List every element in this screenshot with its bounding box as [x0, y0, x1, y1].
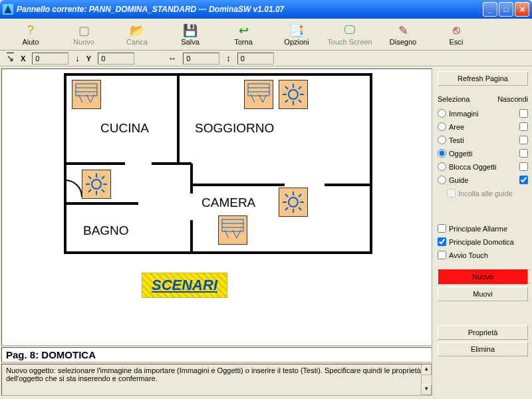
save-button[interactable]: 💾Salva: [164, 20, 217, 49]
x-label: X: [21, 55, 25, 63]
height-field[interactable]: [237, 53, 274, 65]
hint-text: Nuovo oggetto: selezionare l'immagine da…: [6, 366, 421, 382]
svg-line-29: [88, 190, 91, 192]
principale-domotica-check[interactable]: [438, 237, 446, 246]
avvio-touch-check[interactable]: [438, 251, 446, 259]
elimina-button[interactable]: Elimina: [438, 342, 528, 356]
svg-rect-30: [222, 219, 243, 231]
sidebar-panel: Refresh Pagina Seleziona Nascondi Immagi…: [434, 67, 532, 397]
height-arrow-icon: ↕: [226, 53, 231, 63]
hint-box: Nuovo oggetto: selezionare l'immagine da…: [1, 364, 432, 396]
window-title: Pannello corrente: PANN_DOMINA_STANDARD …: [17, 5, 481, 14]
coordinates-bar: ↘ X ↓ Y ↔ ↕: [0, 51, 532, 66]
back-button[interactable]: ↩Torna: [217, 20, 270, 49]
svg-point-12: [289, 90, 298, 99]
width-arrow-icon: ↔: [168, 53, 176, 63]
options-button[interactable]: 📑Opzioni: [270, 20, 323, 49]
svg-point-31: [289, 198, 298, 207]
options-icon: 📑: [289, 23, 304, 38]
page-label: Pag. 8: DOMOTICA: [1, 347, 432, 362]
light-icon-soggiorno[interactable]: [279, 80, 308, 109]
svg-line-37: [299, 207, 301, 210]
help-icon: ?: [27, 23, 34, 38]
svg-line-36: [285, 194, 288, 197]
new-button[interactable]: ▢Nuovo: [57, 20, 110, 49]
new-file-icon: ▢: [78, 23, 90, 38]
x-field[interactable]: [32, 53, 68, 65]
title-bar: Pannello corrente: PANN_DOMINA_STANDARD …: [0, 0, 532, 19]
hide-aree[interactable]: [519, 122, 528, 131]
light-icon-bagno[interactable]: [82, 170, 111, 199]
load-button[interactable]: 📂Carica: [110, 20, 164, 49]
room-label-bagno[interactable]: BAGNO: [83, 223, 129, 238]
incolla-guide-check: Incolla alle guide: [447, 188, 528, 199]
hint-scrollbar[interactable]: ▴▾: [421, 364, 432, 395]
room-label-cucina[interactable]: CUCINA: [100, 121, 149, 136]
svg-line-26: [88, 176, 91, 179]
hide-blocca[interactable]: [519, 162, 528, 171]
svg-line-27: [102, 190, 104, 192]
exit-icon: ⎋: [453, 23, 460, 38]
minimize-button[interactable]: _: [483, 2, 497, 17]
scenari-button[interactable]: SCENARI: [142, 273, 227, 298]
svg-line-39: [285, 207, 288, 210]
content-area: CUCINA SOGGIORNO CAMERA BAGNO SCENARI Pa…: [0, 66, 532, 397]
maximize-button[interactable]: □: [499, 2, 513, 17]
svg-line-38: [299, 194, 301, 197]
radio-testi[interactable]: Testi: [438, 136, 464, 144]
svg-rect-10: [76, 84, 97, 96]
y-field[interactable]: [98, 53, 134, 65]
help-button[interactable]: ?Aiuto: [4, 20, 57, 49]
svg-rect-11: [248, 84, 269, 96]
back-icon: ↩: [239, 23, 249, 38]
principale-allarme-check[interactable]: [438, 224, 446, 233]
y-arrow-icon: ↓: [75, 53, 80, 63]
proprieta-button[interactable]: Proprietà: [438, 325, 528, 340]
room-label-soggiorno[interactable]: SOGGIORNO: [195, 121, 274, 136]
hide-testi[interactable]: [519, 136, 528, 144]
blind-icon-soggiorno[interactable]: [244, 80, 273, 109]
radio-blocca[interactable]: Blocca Oggetti: [438, 162, 497, 171]
light-icon-camera[interactable]: [279, 188, 308, 217]
radio-aree[interactable]: Aree: [438, 122, 464, 131]
app-icon: [3, 4, 13, 15]
x-arrow-icon: ↘: [7, 53, 14, 63]
svg-line-19: [299, 86, 301, 89]
main-toolbar: ?Aiuto ▢Nuovo 📂Carica 💾Salva ↩Torna 📑Opz…: [0, 19, 532, 51]
open-folder-icon: 📂: [130, 23, 144, 38]
hide-immagini[interactable]: [519, 109, 528, 118]
svg-point-21: [92, 180, 101, 189]
exit-button[interactable]: ⎋Esci: [430, 20, 483, 49]
width-field[interactable]: [183, 53, 219, 65]
radio-guide[interactable]: Guide: [438, 176, 468, 184]
touchscreen-icon: 🖵: [344, 23, 356, 38]
canvas-column: CUCINA SOGGIORNO CAMERA BAGNO SCENARI Pa…: [0, 67, 434, 397]
muovi-button[interactable]: Muovi: [438, 287, 528, 301]
refresh-button[interactable]: Refresh Pagina: [438, 71, 528, 86]
draw-icon: ✎: [398, 23, 408, 38]
y-label: Y: [86, 55, 91, 63]
hide-oggetti[interactable]: [519, 149, 528, 158]
blind-icon-cucina[interactable]: [72, 80, 101, 109]
svg-line-17: [285, 86, 288, 89]
drawing-canvas[interactable]: CUCINA SOGGIORNO CAMERA BAGNO SCENARI: [1, 68, 432, 346]
close-button[interactable]: ✕: [515, 2, 529, 17]
svg-line-18: [299, 100, 301, 102]
radio-immagini[interactable]: Immagini: [438, 109, 479, 118]
seleziona-label: Seleziona: [438, 95, 469, 103]
sidebar-header: Seleziona Nascondi: [438, 95, 528, 103]
draw-button[interactable]: ✎Disegno: [376, 20, 430, 49]
hide-guide[interactable]: [519, 176, 528, 184]
svg-line-20: [285, 100, 288, 102]
svg-line-28: [102, 176, 104, 179]
radio-oggetti[interactable]: Oggetti: [438, 149, 472, 158]
nuovo-object-button[interactable]: Nuovo: [438, 269, 528, 285]
touchscreen-button[interactable]: 🖵Touch Screen: [323, 20, 376, 49]
room-label-camera[interactable]: CAMERA: [201, 196, 255, 210]
nascondi-label: Nascondi: [497, 95, 528, 103]
save-icon: 💾: [183, 23, 198, 38]
blind-icon-camera[interactable]: [218, 215, 247, 245]
